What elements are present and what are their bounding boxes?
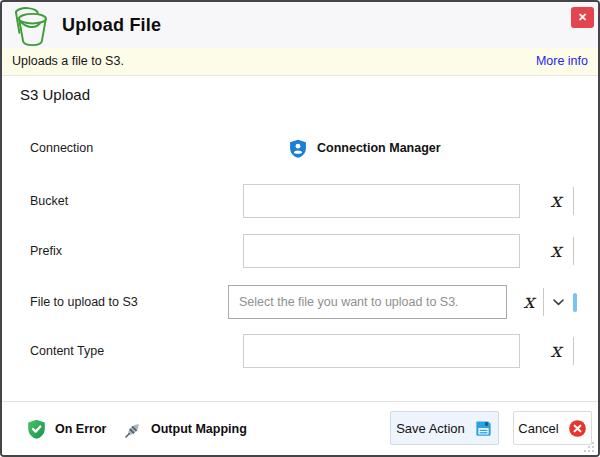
- bucket-row: Bucket x: [2, 184, 598, 218]
- output-mapping-button[interactable]: Output Mapping: [124, 402, 247, 456]
- on-error-button[interactable]: On Error: [26, 402, 106, 456]
- connection-manager-label: Connection Manager: [317, 141, 441, 155]
- output-mapping-label: Output Mapping: [151, 422, 247, 436]
- focus-indicator-bar: [573, 293, 577, 312]
- expression-editor-icon[interactable]: x: [545, 234, 567, 268]
- divider: [543, 288, 544, 316]
- close-button[interactable]: ✕: [571, 7, 594, 28]
- floppy-disk-icon: [474, 419, 493, 438]
- connection-label: Connection: [30, 133, 93, 163]
- cancel-x-icon: [568, 419, 587, 438]
- pen-icon: [124, 420, 143, 439]
- expression-editor-icon[interactable]: x: [545, 184, 567, 218]
- cancel-button[interactable]: Cancel: [513, 411, 592, 445]
- file-row: File to upload to S3 x: [2, 285, 598, 319]
- info-bar: Uploads a file to S3. More info: [2, 48, 598, 76]
- prefix-row: Prefix x: [2, 234, 598, 268]
- connection-row: Connection Connection Manager: [2, 133, 598, 163]
- close-icon: ✕: [578, 12, 587, 23]
- content-type-row: Content Type x: [2, 334, 598, 368]
- more-info-link[interactable]: More info: [536, 48, 588, 76]
- dialog-description: Uploads a file to S3.: [12, 48, 124, 76]
- upload-file-dialog: Upload File ✕ Uploads a file to S3. More…: [0, 0, 600, 457]
- save-action-button[interactable]: Save Action: [390, 411, 499, 445]
- bucket-label: Bucket: [30, 184, 68, 218]
- expression-editor-icon[interactable]: x: [518, 285, 540, 319]
- divider: [573, 187, 574, 215]
- file-dropdown-button[interactable]: [550, 285, 567, 319]
- file-input[interactable]: [228, 285, 507, 319]
- resize-grip[interactable]: [583, 441, 595, 453]
- section-title: S3 Upload: [20, 86, 90, 103]
- title-bar: Upload File ✕: [2, 2, 598, 48]
- prefix-input[interactable]: [243, 234, 520, 268]
- divider: [573, 237, 574, 265]
- cancel-label: Cancel: [518, 421, 558, 436]
- shield-user-icon: [288, 138, 308, 159]
- prefix-label: Prefix: [30, 234, 62, 268]
- footer-bar: On Error Output Mapping Save Action: [2, 401, 598, 455]
- shield-check-icon: [26, 418, 47, 440]
- divider: [573, 337, 574, 365]
- chevron-down-icon: [553, 299, 564, 306]
- save-action-label: Save Action: [396, 421, 465, 436]
- expression-editor-icon[interactable]: x: [545, 334, 567, 368]
- connection-manager-button[interactable]: Connection Manager: [288, 133, 441, 163]
- window-title: Upload File: [62, 2, 161, 48]
- s3-bucket-icon: [9, 4, 55, 48]
- bucket-input[interactable]: [243, 184, 520, 218]
- file-label: File to upload to S3: [30, 285, 138, 319]
- on-error-label: On Error: [55, 422, 106, 436]
- content-type-label: Content Type: [30, 334, 104, 368]
- content-type-input[interactable]: [243, 334, 520, 368]
